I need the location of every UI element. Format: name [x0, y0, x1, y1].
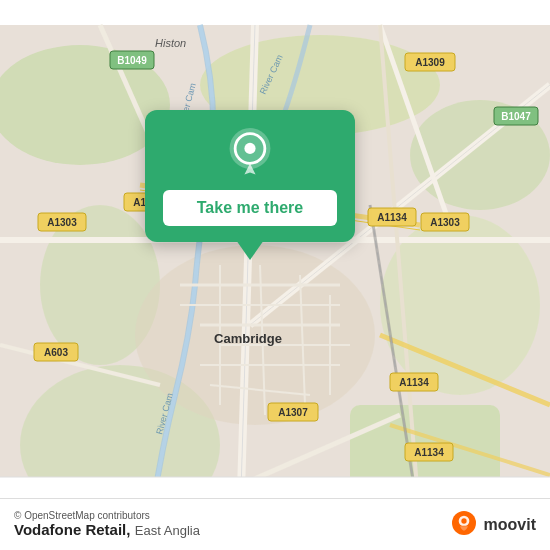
- pin-icon: [224, 128, 276, 180]
- map-background: A1309 B1049 B1047 A1134 A1134 A1303 A130…: [0, 0, 550, 550]
- location-popup: Take me there: [145, 110, 355, 242]
- svg-point-67: [244, 143, 255, 154]
- location-details: Vodafone Retail, East Anglia: [14, 521, 200, 539]
- svg-text:A1134: A1134: [399, 377, 429, 388]
- map-container: A1309 B1049 B1047 A1134 A1134 A1303 A130…: [0, 0, 550, 550]
- location-region: East Anglia: [135, 523, 200, 538]
- svg-text:A1307: A1307: [278, 407, 308, 418]
- moovit-logo: moovit: [450, 511, 536, 539]
- location-name: Vodafone Retail,: [14, 521, 130, 538]
- location-info: © OpenStreetMap contributors Vodafone Re…: [14, 510, 200, 539]
- svg-text:A1303: A1303: [47, 217, 77, 228]
- svg-text:A1303: A1303: [430, 217, 460, 228]
- bottom-bar: © OpenStreetMap contributors Vodafone Re…: [0, 498, 550, 550]
- svg-text:A1134: A1134: [377, 212, 407, 223]
- svg-text:A603: A603: [44, 347, 68, 358]
- svg-text:B1049: B1049: [117, 55, 147, 66]
- svg-text:B1047: B1047: [501, 111, 531, 122]
- svg-text:A1134: A1134: [414, 447, 444, 458]
- osm-attribution: © OpenStreetMap contributors: [14, 510, 200, 521]
- svg-text:Histon: Histon: [155, 37, 186, 49]
- svg-text:Cambridge: Cambridge: [214, 331, 282, 346]
- moovit-icon: [450, 511, 478, 539]
- take-me-there-button[interactable]: Take me there: [163, 190, 337, 226]
- svg-text:A1309: A1309: [415, 57, 445, 68]
- svg-point-70: [461, 518, 466, 523]
- moovit-label: moovit: [484, 516, 536, 534]
